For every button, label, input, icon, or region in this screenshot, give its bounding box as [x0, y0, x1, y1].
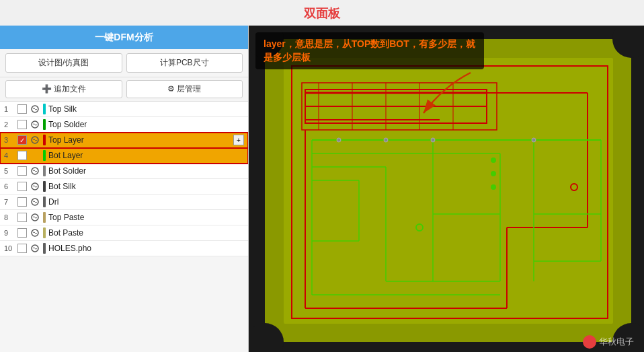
layer-num-5: 5 [4, 167, 15, 175]
layer-color-3 [43, 135, 46, 145]
layer-name-4: Bot Layer [48, 151, 244, 160]
layer-name-5: Bot Solder [48, 166, 244, 176]
watermark: 华秋电子 [583, 335, 634, 349]
svg-point-51 [491, 171, 496, 176]
layer-color-4 [43, 150, 46, 161]
layer-num-1: 1 [4, 105, 15, 113]
layer-num-2: 2 [4, 120, 15, 129]
layer-color-10 [43, 243, 46, 254]
svg-point-57 [431, 138, 435, 142]
layer-checkbox-10[interactable] [17, 244, 27, 253]
layer-name-3: Top Layer [48, 135, 231, 145]
layer-checkbox-2[interactable] [17, 120, 27, 129]
layer-num-4: 4 [4, 151, 15, 160]
layer-num-7: 7 [4, 198, 15, 206]
layer-manage-button[interactable]: ⚙ 层管理 [126, 80, 243, 98]
layer-checkbox-7[interactable] [17, 197, 27, 207]
layer-color-8 [43, 212, 46, 223]
watermark-logo [583, 335, 596, 349]
layer-checkbox-9[interactable] [17, 228, 27, 238]
layer-row-3[interactable]: 3Top Layer+ [0, 133, 248, 148]
layer-num-3: 3 [4, 136, 15, 144]
layer-color-1 [43, 104, 46, 114]
layer-name-2: Top Solder [48, 120, 244, 129]
layer-color-9 [43, 227, 46, 238]
layer-row-2[interactable]: 2Top Solder [0, 117, 248, 133]
design-view-button[interactable]: 设计图/仿真图 [5, 53, 122, 73]
action-buttons-row: 设计图/仿真图 计算PCB尺寸 [0, 49, 248, 77]
layer-checkbox-8[interactable] [17, 213, 27, 222]
add-file-button[interactable]: ➕ 追加文件 [5, 80, 122, 98]
pcb-area: layer，意思是层，从TOP数到BOT，有多少层，就是多少层板 华秋电子 [249, 26, 644, 352]
svg-rect-15 [284, 58, 613, 324]
svg-point-50 [491, 157, 496, 163]
layer-checkbox-6[interactable] [17, 182, 27, 191]
layer-icon-2 [30, 119, 40, 130]
layer-row-6[interactable]: 6Bot Silk [0, 179, 248, 195]
dfm-analyze-button[interactable]: 一键DFM分析 [95, 32, 153, 44]
pcb-board-svg [249, 26, 644, 352]
layer-color-6 [43, 181, 46, 192]
layer-icon-10 [30, 243, 40, 254]
layer-name-6: Bot Silk [48, 182, 244, 191]
layer-row-4[interactable]: 4Bot Layer [0, 148, 248, 164]
layer-row-7[interactable]: 7Drl [0, 195, 248, 210]
layer-row-1[interactable]: 1Top Silk [0, 102, 248, 117]
layer-color-2 [43, 119, 46, 130]
layer-checkbox-5[interactable] [17, 166, 27, 176]
layer-row-9[interactable]: 9Bot Paste [0, 225, 248, 241]
layer-icon-5 [30, 166, 40, 176]
svg-point-58 [532, 138, 536, 142]
layer-row-10[interactable]: 10HOLES.pho [0, 241, 248, 256]
layer-name-9: Bot Paste [48, 228, 244, 238]
svg-point-55 [337, 138, 341, 142]
layer-icon-8 [30, 212, 40, 223]
svg-point-56 [384, 138, 388, 142]
layer-checkbox-4[interactable] [17, 151, 27, 160]
layer-name-1: Top Silk [48, 104, 244, 114]
layer-icon-6 [30, 181, 40, 192]
dfm-button-bar: 一键DFM分析 [0, 26, 248, 49]
layer-num-8: 8 [4, 213, 15, 221]
layer-row-5[interactable]: 5Bot Solder [0, 164, 248, 179]
left-panel: 一键DFM分析 设计图/仿真图 计算PCB尺寸 ➕ 追加文件 ⚙ 层管理 1To… [0, 26, 249, 352]
svg-point-52 [491, 184, 496, 190]
page-title: 双面板 [0, 0, 644, 26]
layer-num-9: 9 [4, 229, 15, 237]
layer-name-8: Top Paste [48, 213, 244, 222]
layer-list: 1Top Silk2Top Solder3Top Layer+4Bot Laye… [0, 102, 248, 352]
layer-checkbox-3[interactable] [17, 135, 27, 145]
layer-icon-1 [30, 104, 40, 114]
pcb-size-button[interactable]: 计算PCB尺寸 [126, 53, 243, 73]
layer-icon-9 [30, 227, 40, 238]
layer-expand-3[interactable]: + [233, 135, 244, 145]
layer-num-6: 6 [4, 182, 15, 190]
layer-row-8[interactable]: 8Top Paste [0, 210, 248, 225]
layer-num-10: 10 [4, 244, 15, 252]
layer-color-5 [43, 166, 46, 176]
layer-icon-7 [30, 197, 40, 207]
layer-name-7: Drl [48, 197, 244, 207]
annotation-text: layer，意思是层，从TOP数到BOT，有多少层，就是多少层板 [255, 32, 484, 69]
layer-name-10: HOLES.pho [48, 244, 244, 253]
watermark-text: 华秋电子 [599, 336, 634, 348]
layer-icon-3 [30, 135, 40, 145]
layer-checkbox-1[interactable] [17, 104, 27, 114]
layer-color-7 [43, 197, 46, 207]
layer-tools-row: ➕ 追加文件 ⚙ 层管理 [0, 77, 248, 102]
layer-icon-4 [30, 150, 40, 161]
